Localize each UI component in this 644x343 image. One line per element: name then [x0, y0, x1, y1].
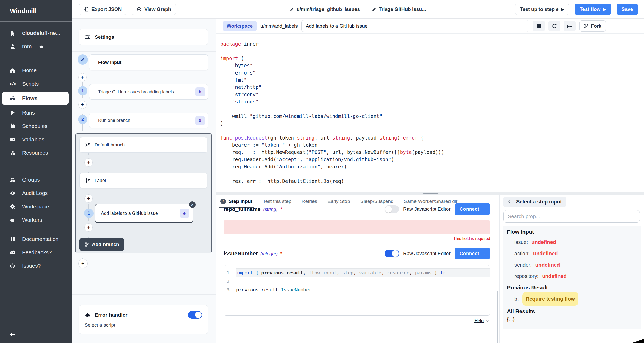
- search-prop-input[interactable]: [503, 210, 640, 223]
- sleep-button[interactable]: [564, 21, 576, 31]
- arrow-left-icon: [9, 331, 72, 338]
- issue-number-expression-editor[interactable]: 1import { previous_result, flow_input, s…: [224, 265, 490, 316]
- sidebar-item-label: Variables: [22, 136, 44, 143]
- flow-step-2[interactable]: Run one branch d: [89, 113, 208, 128]
- step-number-badge: 1: [84, 209, 94, 218]
- bug-icon: [84, 312, 91, 318]
- add-branch-button[interactable]: Add branch: [79, 238, 124, 251]
- test-up-to-step-button[interactable]: Test up to step e ▶: [515, 4, 569, 15]
- code-line: "fmt": [220, 76, 644, 84]
- home-icon: [9, 67, 16, 74]
- prop-row[interactable]: sender:undefined: [514, 259, 637, 271]
- raw-js-toggle[interactable]: [385, 205, 399, 213]
- workspace-name: cloudskiff-ne...: [22, 30, 60, 36]
- flow-input-edit-icon[interactable]: [78, 54, 88, 65]
- flow-path-edit[interactable]: u/mm/triage_github_issues: [290, 6, 360, 12]
- flow-name-edit[interactable]: Triage GitHub issu...: [372, 6, 426, 12]
- help-link[interactable]: Help: [224, 318, 490, 323]
- sidebar-collapse[interactable]: [0, 326, 72, 343]
- robot-icon: [9, 217, 16, 223]
- prop-row[interactable]: action:undefined: [514, 248, 637, 259]
- code-line: "strings": [220, 98, 644, 105]
- sidebar-item-runs[interactable]: Runs: [0, 106, 72, 119]
- crown-icon: [38, 44, 45, 49]
- flow-step-1[interactable]: Triage GitHub issues by adding labels ..…: [89, 84, 208, 100]
- prop-row[interactable]: b: Require testing flow: [514, 292, 637, 306]
- sidebar-item-audit-logs[interactable]: Audit Logs: [0, 186, 72, 200]
- sidebar-item-label: Groups: [22, 177, 40, 183]
- add-step-button[interactable]: +: [78, 73, 87, 81]
- sidebar-item-documentation[interactable]: Documentation: [0, 232, 72, 246]
- test-flow-button[interactable]: Test flow ▶: [575, 4, 611, 15]
- bed-icon: [567, 23, 573, 29]
- restart-button[interactable]: [548, 21, 560, 31]
- repo-fullname-input[interactable]: [224, 220, 490, 234]
- sidebar-item-scripts[interactable]: </> Scripts: [0, 77, 72, 91]
- delete-step-button[interactable]: ✕: [189, 201, 196, 208]
- branch-label-node[interactable]: Label: [79, 173, 207, 188]
- prop-row[interactable]: repository:undefined: [514, 271, 637, 282]
- add-step-button[interactable]: +: [84, 223, 93, 232]
- error-handler-script[interactable]: Select a script: [84, 322, 115, 328]
- stop-button[interactable]: [533, 21, 545, 31]
- code-line: "errors": [220, 69, 644, 76]
- code-icon: </>: [9, 80, 16, 87]
- sidebar-item-home[interactable]: Home: [0, 64, 72, 77]
- view-graph-button[interactable]: View Graph: [132, 4, 176, 15]
- add-step-button[interactable]: +: [78, 259, 88, 268]
- select-step-input-button[interactable]: Select a step input: [503, 197, 566, 207]
- error-handler-toggle[interactable]: [188, 311, 202, 319]
- cubes-icon: [9, 150, 16, 156]
- raw-js-toggle[interactable]: [385, 250, 399, 257]
- sidebar-item-variables[interactable]: Variables: [0, 133, 72, 146]
- connect-button[interactable]: Connect →: [455, 248, 490, 259]
- add-step-button[interactable]: +: [78, 101, 87, 109]
- file-export-icon: [84, 7, 89, 12]
- required-asterisk: *: [280, 251, 282, 257]
- fork-button[interactable]: Fork: [579, 20, 606, 32]
- code-line: [220, 105, 644, 112]
- code-line: req, _ := http.NewRequest("POST", url, b…: [220, 149, 644, 156]
- sidebar-item-groups[interactable]: Groups: [0, 173, 72, 186]
- sidebar-item-workspace[interactable]: Workspace: [0, 200, 72, 213]
- step-input-inspector: Select a step input Flow Input issue:und…: [500, 193, 644, 343]
- vertical-scrollbar[interactable]: [497, 291, 498, 343]
- sidebar-item-issues[interactable]: Issues?: [0, 259, 72, 273]
- error-handler-card[interactable]: Error handler Select a script: [79, 305, 208, 334]
- building-icon: [9, 30, 16, 36]
- selected-step-node[interactable]: Add labels to a GitHub issue e ✕: [95, 204, 193, 223]
- script-header: Workspace u/mm/add_labels Fork: [216, 19, 644, 34]
- code-line: bearer := "token " + gh_token: [220, 141, 644, 149]
- export-json-button[interactable]: Export JSON: [79, 4, 126, 15]
- add-step-button[interactable]: +: [84, 194, 93, 203]
- sidebar-item-workers[interactable]: Workers: [0, 213, 72, 227]
- workspace-selector[interactable]: cloudskiff-ne...: [0, 26, 72, 40]
- connect-button[interactable]: Connect →: [455, 203, 490, 215]
- code-editor[interactable]: package inner import ( "bytes" "errors" …: [216, 34, 644, 192]
- sidebar-item-feedbacks[interactable]: Feedbacks?: [0, 246, 72, 259]
- sidebar-item-flows[interactable]: Flows: [2, 92, 69, 105]
- flow-input-node[interactable]: Flow Input: [89, 54, 208, 70]
- user-menu[interactable]: mm: [0, 40, 72, 53]
- prop-row[interactable]: issue:undefined: [514, 236, 637, 248]
- git-branch-icon: [84, 242, 90, 247]
- script-summary-input[interactable]: [301, 20, 529, 32]
- sidebar-item-resources[interactable]: Resources: [0, 146, 72, 160]
- wind-icon: [9, 95, 16, 102]
- default-branch-node[interactable]: Default branch: [79, 137, 207, 153]
- add-step-button[interactable]: +: [84, 158, 93, 167]
- workspace-badge[interactable]: Workspace: [223, 21, 257, 31]
- chevron-down-icon: [486, 319, 490, 323]
- all-results-value[interactable]: {...}: [507, 316, 637, 322]
- save-button[interactable]: Save: [617, 4, 638, 15]
- line-number: 1: [224, 268, 236, 277]
- sidebar-item-schedules[interactable]: Schedules: [0, 119, 72, 133]
- mouse-cursor: [632, 339, 644, 343]
- flow-settings-button[interactable]: Settings: [79, 29, 208, 45]
- code-line: req.Header.Add("Accept", "application/vn…: [220, 156, 644, 163]
- flow-connector: [82, 253, 83, 259]
- step-number-badge: 2: [78, 115, 87, 124]
- sidebar-item-label: Audit Logs: [22, 190, 48, 196]
- app-logo: Windmill: [0, 0, 72, 21]
- code-line: "net/http": [220, 84, 644, 91]
